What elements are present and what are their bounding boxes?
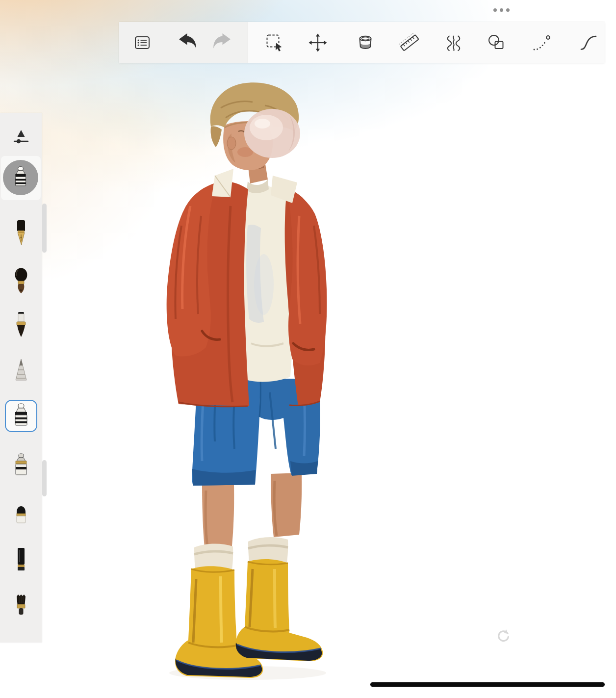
paint-app-screen: [0, 0, 616, 698]
brush-grain-cone[interactable]: [0, 354, 42, 389]
ellipsis-dot: [506, 8, 510, 12]
refresh-icon[interactable]: [495, 628, 511, 645]
canvas-options-ellipsis-icon[interactable]: [491, 6, 512, 14]
circle-square-icon: [486, 32, 507, 53]
grain-cone-icon: [8, 358, 34, 385]
brush-eraser[interactable]: [0, 496, 42, 532]
chisel-marker-icon: [8, 452, 34, 480]
flat-brush-icon: [8, 592, 34, 620]
move-transform-button[interactable]: [304, 28, 332, 57]
brush-size-slider-button[interactable]: [0, 120, 42, 155]
fill-tool-button[interactable]: [351, 28, 380, 57]
brush-flat-brush[interactable]: [0, 588, 42, 623]
liquify-waves-icon: [443, 32, 464, 53]
top-toolbar: [119, 22, 605, 63]
right-boot: [236, 559, 323, 661]
ruler-icon: [399, 32, 420, 53]
marker-icon: [9, 165, 32, 190]
fountain-pen-icon: [8, 219, 34, 247]
brush-round-brush[interactable]: [0, 307, 42, 342]
curve-stroke-icon: [578, 32, 599, 53]
charcoal-icon: [8, 546, 34, 574]
jacket-right-sleeve: [287, 189, 327, 365]
layer-list-button[interactable]: [128, 28, 156, 57]
panel-scrollbar-lower[interactable]: [42, 460, 47, 496]
move-arrows-icon: [307, 32, 329, 53]
undo-arrow-icon: [176, 32, 197, 53]
list-icon: [131, 32, 153, 53]
marquee-select-icon: [264, 32, 285, 53]
dotted-curve-ring-icon: [531, 32, 553, 53]
ruler-tool-button[interactable]: [395, 28, 424, 57]
undo-button[interactable]: [172, 28, 201, 57]
redo-arrow-icon: [212, 32, 234, 53]
active-tool-button[interactable]: [3, 160, 38, 195]
redo-button[interactable]: [209, 28, 237, 57]
shapes-tool-button[interactable]: [482, 28, 511, 57]
curve-tool-button[interactable]: [574, 28, 603, 57]
ear: [227, 137, 236, 150]
home-indicator-bar[interactable]: [370, 682, 605, 687]
round-brush-icon: [8, 311, 34, 338]
brush-charcoal[interactable]: [0, 543, 42, 578]
marker-icon: [8, 402, 34, 430]
ellipsis-dot: [493, 8, 497, 12]
liquify-tool-button[interactable]: [439, 28, 468, 57]
toolbar-divider: [248, 22, 248, 63]
brush-chisel-marker[interactable]: [0, 448, 42, 484]
paint-bucket-icon: [355, 32, 376, 53]
canvas-artwork[interactable]: [147, 78, 343, 687]
selection-tool-button[interactable]: [260, 28, 289, 57]
ink-brush-icon: [8, 267, 34, 294]
panel-scrollbar-upper[interactable]: [42, 204, 47, 253]
triangle-slider-icon: [10, 127, 32, 148]
eraser-icon: [8, 500, 34, 528]
ellipsis-dot: [500, 8, 503, 12]
brush-marker[interactable]: [0, 398, 42, 434]
brush-ink-brush[interactable]: [0, 263, 42, 298]
collar-left: [212, 169, 233, 197]
brush-fountain-pen[interactable]: [0, 215, 42, 251]
brush-panel: [0, 113, 42, 643]
stabilized-stroke-button[interactable]: [528, 28, 556, 57]
